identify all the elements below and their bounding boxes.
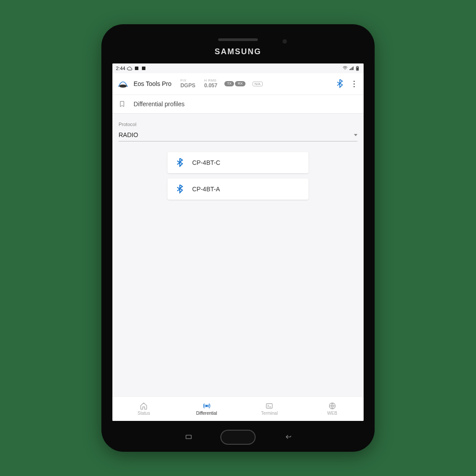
fix-value: DGPS (180, 83, 195, 89)
rx-pill: RX (235, 81, 245, 86)
back-button[interactable] (282, 433, 293, 442)
bluetooth-icon (175, 185, 184, 193)
fix-stat: FIX DGPS (180, 79, 195, 89)
device-list: CP-4BT-C CP-4BT-A (119, 152, 357, 200)
content-area: Protocol RADIO CP-4BT-C CP-4BT-A (112, 114, 364, 396)
tx-rx-group: TX RX (224, 81, 245, 86)
terminal-icon (265, 402, 273, 410)
profiles-section-label: Differential profiles (134, 100, 185, 108)
status-bar-right (342, 66, 360, 71)
protocol-value: RADIO (119, 131, 138, 138)
nav-differential[interactable]: Differential (175, 397, 238, 421)
nav-status[interactable]: Status (112, 397, 175, 421)
protocol-field-label: Protocol (119, 122, 357, 127)
front-camera (283, 39, 287, 44)
hrms-value: 0.057 (204, 83, 217, 89)
nav-web[interactable]: WEB (301, 397, 364, 421)
cloud-icon (127, 66, 132, 71)
protocol-dropdown[interactable]: RADIO (119, 130, 357, 141)
hardware-buttons (101, 430, 375, 445)
screen: 2:44 Eos Tools Pro FIX DGPS H RMS (112, 63, 364, 421)
app-logo (117, 78, 129, 89)
wifi-icon (342, 66, 348, 71)
home-button[interactable] (220, 430, 256, 445)
device-item[interactable]: CP-4BT-A (167, 178, 309, 200)
recent-apps-button[interactable] (183, 433, 194, 442)
svg-point-5 (119, 85, 127, 88)
svg-point-6 (206, 405, 208, 407)
bookmark-icon (119, 100, 126, 108)
bluetooth-icon (175, 158, 184, 167)
status-bar-time: 2:44 (116, 66, 125, 71)
speaker-grille (218, 38, 258, 41)
nav-terminal-label: Terminal (261, 411, 278, 416)
na-badge: N/A (253, 82, 263, 86)
tablet-frame: SAMSUNG 2:44 Eos Tools Pro FIX (101, 24, 375, 452)
svg-rect-1 (142, 67, 145, 70)
device-name: CP-4BT-C (192, 159, 220, 166)
antenna-icon (203, 402, 211, 410)
hrms-stat: H RMS 0.057 (204, 79, 217, 89)
tx-pill: TX (224, 81, 234, 86)
svg-rect-7 (267, 404, 273, 409)
overflow-menu-button[interactable] (349, 81, 359, 87)
bluetooth-icon[interactable] (335, 79, 344, 88)
device-name: CP-4BT-A (192, 186, 220, 193)
home-icon (140, 402, 148, 410)
battery-icon (355, 66, 360, 71)
svg-rect-9 (186, 435, 191, 439)
nav-status-label: Status (138, 411, 150, 416)
globe-icon (328, 402, 336, 410)
chevron-down-icon (354, 134, 357, 136)
notification-icon-2 (141, 66, 146, 71)
signal-icon (349, 66, 354, 71)
device-item[interactable]: CP-4BT-C (167, 152, 309, 173)
status-bar-left: 2:44 (116, 66, 146, 71)
nav-web-label: WEB (327, 411, 337, 416)
notification-icon (134, 66, 139, 71)
profiles-section-button[interactable]: Differential profiles (112, 94, 364, 114)
svg-rect-4 (357, 66, 358, 67)
nav-terminal[interactable]: Terminal (238, 397, 301, 421)
tablet-top: SAMSUNG (112, 37, 364, 56)
device-brand: SAMSUNG (215, 47, 261, 56)
svg-rect-0 (135, 67, 138, 70)
svg-rect-3 (357, 67, 358, 70)
app-title: Eos Tools Pro (134, 80, 171, 87)
app-header: Eos Tools Pro FIX DGPS H RMS 0.057 TX RX… (112, 73, 364, 94)
bottom-nav: Status Differential Terminal WEB (112, 396, 364, 421)
nav-differential-label: Differential (196, 411, 217, 416)
android-status-bar: 2:44 (112, 63, 364, 73)
